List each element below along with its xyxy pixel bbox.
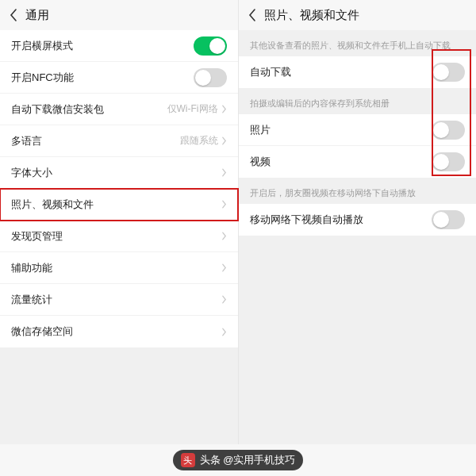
row-value: 跟随系统	[180, 134, 218, 148]
row-label: 移动网络下视频自动播放	[250, 213, 363, 227]
watermark-icon: 头	[181, 453, 195, 467]
page-title-general: 通用	[25, 8, 49, 23]
row-label: 照片、视频和文件	[11, 198, 94, 212]
spacer	[0, 347, 238, 444]
setting-row-2[interactable]: 自动下载微信安装包仅Wi-Fi网络	[0, 94, 238, 125]
setting-row-8[interactable]: 流量统计	[0, 284, 238, 316]
chevron-right-icon	[221, 168, 227, 177]
page-title-media: 照片、视频和文件	[264, 8, 359, 23]
header-general: 通用	[0, 0, 238, 30]
toggle-1[interactable]	[194, 68, 227, 87]
chevron-right-icon	[221, 328, 227, 336]
back-icon[interactable]	[245, 8, 259, 22]
row-label: 辅助功能	[11, 261, 52, 275]
row-label: 流量统计	[11, 293, 52, 307]
row-label: 多语言	[11, 134, 42, 148]
watermark-text: 头条 @实用手机技巧	[200, 453, 296, 467]
setting-row-0[interactable]: 开启横屏模式	[0, 30, 238, 62]
row-value: 仅Wi-Fi网络	[167, 102, 218, 116]
chevron-right-icon	[221, 232, 227, 240]
setting-row-5[interactable]: 照片、视频和文件	[0, 189, 238, 221]
media-toggle-2-0[interactable]	[432, 210, 465, 229]
setting-row-6[interactable]: 发现页管理	[0, 221, 238, 252]
highlight-box-toggles	[432, 49, 471, 176]
back-icon[interactable]	[6, 8, 21, 22]
chevron-right-icon	[221, 295, 227, 304]
toggle-0[interactable]	[194, 36, 227, 56]
spacer	[239, 236, 477, 444]
chevron-right-icon	[221, 136, 227, 145]
row-label: 视频	[250, 155, 271, 169]
setting-row-3[interactable]: 多语言跟随系统	[0, 125, 238, 157]
row-label: 自动下载微信安装包	[11, 102, 104, 117]
setting-row-9[interactable]: 微信存储空间	[0, 316, 238, 347]
row-label: 开启横屏模式	[11, 39, 73, 53]
setting-row-1[interactable]: 开启NFC功能	[0, 62, 238, 94]
row-label: 开启NFC功能	[11, 71, 74, 85]
row-label: 字体大小	[11, 166, 52, 180]
media-row-2-0[interactable]: 移动网络下视频自动播放	[239, 204, 477, 236]
section-caption: 开启后，朋友圈视频在移动网络下自动播放	[239, 178, 477, 204]
setting-row-4[interactable]: 字体大小	[0, 157, 238, 189]
general-settings-list: 开启横屏模式开启NFC功能自动下载微信安装包仅Wi-Fi网络多语言跟随系统字体大…	[0, 30, 238, 347]
row-label: 照片	[250, 123, 271, 137]
watermark: 头 头条 @实用手机技巧	[0, 444, 476, 476]
chevron-right-icon	[221, 200, 227, 209]
header-media: 照片、视频和文件	[239, 0, 477, 30]
setting-row-7[interactable]: 辅助功能	[0, 252, 238, 284]
row-label: 自动下载	[250, 65, 291, 79]
row-label: 微信存储空间	[11, 324, 73, 339]
row-label: 发现页管理	[11, 229, 63, 244]
chevron-right-icon	[221, 105, 227, 113]
chevron-right-icon	[221, 263, 227, 272]
